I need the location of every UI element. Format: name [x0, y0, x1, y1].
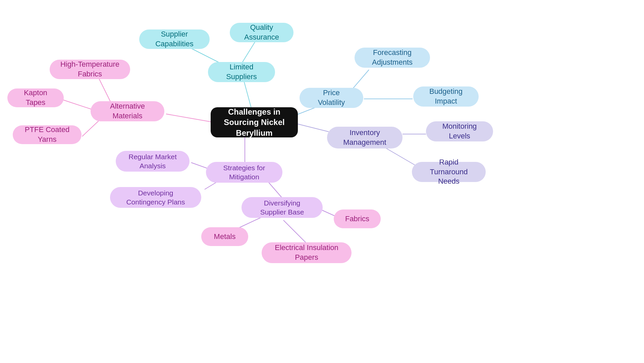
forecasting-adjustments-node[interactable]: Forecasting Adjustments — [355, 48, 430, 68]
svg-line-13 — [322, 210, 335, 216]
center-node[interactable]: Challenges in Sourcing Nickel Beryllium — [211, 107, 298, 137]
metals-node[interactable]: Metals — [201, 227, 248, 246]
svg-line-19 — [82, 119, 101, 136]
limited-suppliers-node[interactable]: Limited Suppliers — [208, 62, 275, 82]
diversifying-supplier-node[interactable]: Diversifying Supplier Base — [241, 197, 323, 218]
strategies-mitigation-node[interactable]: Strategies for Mitigation — [206, 162, 282, 183]
price-volatility-node[interactable]: Price Volatility — [300, 88, 363, 108]
kapton-tapes-node[interactable]: Kapton Tapes — [7, 88, 64, 107]
developing-contingency-node[interactable]: Developing Contingency Plans — [110, 187, 201, 208]
electrical-insulation-node[interactable]: Electrical Insulation Papers — [262, 242, 352, 263]
supplier-capabilities-node[interactable]: Supplier Capabilities — [139, 29, 210, 49]
monitoring-levels-node[interactable]: Monitoring Levels — [426, 121, 493, 141]
budgeting-impact-node[interactable]: Budgeting Impact — [413, 86, 479, 107]
ptfe-coated-node[interactable]: PTFE Coated Yarns — [13, 125, 82, 144]
rapid-turnaround-node[interactable]: Rapid Turnaround Needs — [412, 162, 486, 182]
alternative-materials-node[interactable]: Alternative Materials — [91, 101, 164, 121]
fabrics-node[interactable]: Fabrics — [334, 209, 381, 228]
svg-line-6 — [295, 123, 329, 132]
svg-line-16 — [166, 114, 214, 122]
high-temp-fabrics-node[interactable]: High-Temperature Fabrics — [50, 60, 130, 79]
regular-market-analysis-node[interactable]: Regular Market Analysis — [116, 151, 190, 172]
svg-line-15 — [283, 220, 308, 245]
inventory-management-node[interactable]: Inventory Management — [327, 127, 402, 148]
quality-assurance-node[interactable]: Quality Assurance — [230, 23, 293, 42]
